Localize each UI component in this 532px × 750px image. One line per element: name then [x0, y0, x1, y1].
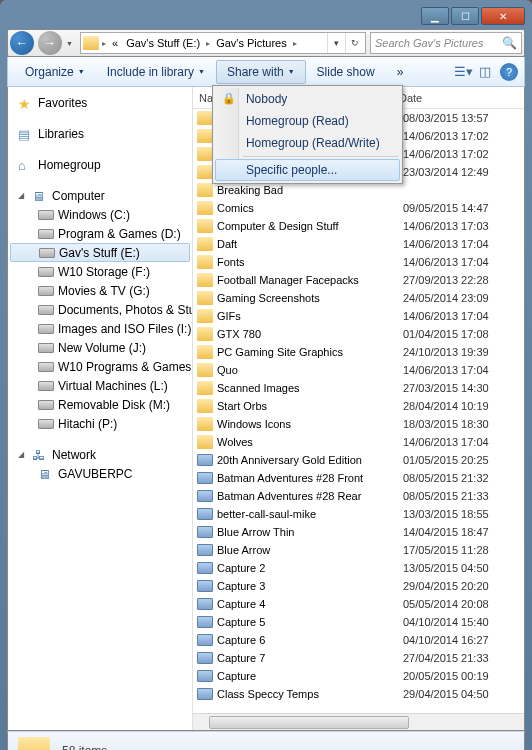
nav-history-dropdown[interactable]: ▼: [66, 40, 76, 47]
file-row[interactable]: Blue Arrow17/05/2015 11:28: [193, 541, 524, 559]
file-row[interactable]: Capture 405/05/2014 20:08: [193, 595, 524, 613]
sidebar-homegroup[interactable]: ⌂Homegroup: [8, 155, 192, 174]
file-name: Capture 4: [217, 598, 397, 610]
forward-button[interactable]: →: [38, 31, 62, 55]
toolbar: Organize▼ Include in library▼ Share with…: [7, 57, 525, 87]
file-row[interactable]: Football Manager Facepacks27/09/2013 22:…: [193, 271, 524, 289]
file-row[interactable]: Capture 604/10/2014 16:27: [193, 631, 524, 649]
file-row[interactable]: GIFs14/06/2013 17:04: [193, 307, 524, 325]
file-row[interactable]: Windows Icons18/03/2015 18:30: [193, 415, 524, 433]
image-icon: [197, 670, 213, 682]
file-name: Fonts: [217, 256, 397, 268]
file-name: Scanned Images: [217, 382, 397, 394]
maximize-button[interactable]: ☐: [451, 7, 479, 25]
sidebar-drive[interactable]: Gav's Stuff (E:): [10, 243, 190, 262]
file-row[interactable]: Capture 504/10/2014 15:40: [193, 613, 524, 631]
sidebar-drive[interactable]: Documents, Photos & Stuff: [8, 300, 192, 319]
sidebar-drive[interactable]: W10 Programs & Games (K:): [8, 357, 192, 376]
file-row[interactable]: Breaking Bad: [193, 181, 524, 199]
file-row[interactable]: Blue Arrow Thin14/04/2015 18:47: [193, 523, 524, 541]
file-row[interactable]: Daft14/06/2013 17:04: [193, 235, 524, 253]
file-row[interactable]: Computer & Design Stuff14/06/2013 17:03: [193, 217, 524, 235]
sidebar-favorites[interactable]: ★Favorites: [8, 93, 192, 112]
file-row[interactable]: Gaming Screenshots24/05/2014 23:09: [193, 289, 524, 307]
folder-icon: [197, 417, 213, 431]
share-homegroup-read[interactable]: Homegroup (Read): [215, 110, 400, 132]
file-row[interactable]: Class Speccy Temps29/04/2015 04:50: [193, 685, 524, 703]
sidebar-drive[interactable]: Program & Games (D:): [8, 224, 192, 243]
file-row[interactable]: Batman Adventures #28 Front08/05/2015 21…: [193, 469, 524, 487]
expand-icon[interactable]: ◢: [18, 450, 28, 459]
breadcrumb-sep: ▸: [292, 39, 298, 48]
share-with-button[interactable]: Share with▼ 🔒Nobody Homegroup (Read) Hom…: [216, 60, 306, 84]
file-date: 14/06/2013 17:02: [397, 148, 524, 160]
folder-icon: [197, 237, 213, 251]
file-date: 08/05/2015 21:32: [397, 472, 524, 484]
drive-icon: [38, 286, 54, 296]
drive-icon: [38, 381, 54, 391]
breadcrumb[interactable]: Gav's Pictures: [213, 37, 290, 49]
share-homegroup-readwrite[interactable]: Homegroup (Read/Write): [215, 132, 400, 154]
file-row[interactable]: Wolves14/06/2013 17:04: [193, 433, 524, 451]
file-row[interactable]: Batman Adventures #28 Rear08/05/2015 21:…: [193, 487, 524, 505]
sidebar-drive[interactable]: Images and ISO Files (I:): [8, 319, 192, 338]
close-button[interactable]: ✕: [481, 7, 525, 25]
sidebar-network[interactable]: ◢🖧Network: [8, 445, 192, 464]
address-dropdown[interactable]: ▾: [327, 33, 345, 53]
file-row[interactable]: Capture 727/04/2015 21:33: [193, 649, 524, 667]
minimize-button[interactable]: ▁: [421, 7, 449, 25]
toolbar-more[interactable]: »: [386, 60, 415, 84]
file-row[interactable]: Quo14/06/2013 17:04: [193, 361, 524, 379]
sidebar-drive[interactable]: Windows (C:): [8, 205, 192, 224]
sidebar-drive[interactable]: W10 Storage (F:): [8, 262, 192, 281]
sidebar-drive[interactable]: Movies & TV (G:): [8, 281, 192, 300]
drive-icon: [38, 324, 54, 334]
horizontal-scrollbar[interactable]: [193, 713, 524, 730]
file-row[interactable]: Fonts14/06/2013 17:04: [193, 253, 524, 271]
sidebar-computer[interactable]: ◢🖥Computer: [8, 186, 192, 205]
file-row[interactable]: Comics09/05/2015 14:47: [193, 199, 524, 217]
breadcrumb[interactable]: Gav's Stuff (E:): [123, 37, 203, 49]
folder-icon: [197, 129, 213, 143]
breadcrumb[interactable]: «: [109, 37, 121, 49]
file-row[interactable]: Capture 213/05/2015 04:50: [193, 559, 524, 577]
search-input[interactable]: Search Gav's Pictures 🔍: [370, 32, 522, 54]
include-library-button[interactable]: Include in library▼: [96, 60, 216, 84]
folder-icon: [83, 36, 99, 50]
sidebar-libraries[interactable]: ▤Libraries: [8, 124, 192, 143]
address-bar[interactable]: ▸ « Gav's Stuff (E:) ▸ Gav's Pictures ▸ …: [80, 32, 366, 54]
file-name: 20th Anniversary Gold Edition: [217, 454, 397, 466]
back-button[interactable]: ←: [10, 31, 34, 55]
refresh-button[interactable]: ↻: [345, 33, 363, 53]
sidebar-drive[interactable]: Removable Disk (M:): [8, 395, 192, 414]
file-row[interactable]: better-call-saul-mike13/03/2015 18:55: [193, 505, 524, 523]
star-icon: ★: [18, 96, 34, 110]
help-button[interactable]: ?: [500, 63, 518, 81]
file-date: 04/10/2014 16:27: [397, 634, 524, 646]
slideshow-button[interactable]: Slide show: [306, 60, 386, 84]
file-row[interactable]: 20th Anniversary Gold Edition01/05/2015 …: [193, 451, 524, 469]
nav-bar: ← → ▼ ▸ « Gav's Stuff (E:) ▸ Gav's Pictu…: [7, 29, 525, 57]
dropdown-separator: [243, 156, 398, 157]
file-row[interactable]: PC Gaming Site Graphics24/10/2013 19:39: [193, 343, 524, 361]
preview-pane-button[interactable]: ◫: [474, 61, 496, 83]
file-row[interactable]: Capture20/05/2015 00:19: [193, 667, 524, 685]
share-specific-people[interactable]: Specific people...: [215, 159, 400, 181]
sidebar-drive[interactable]: Hitachi (P:): [8, 414, 192, 433]
column-date[interactable]: Date: [393, 92, 524, 104]
sidebar-drive[interactable]: Virtual Machines (L:): [8, 376, 192, 395]
scroll-thumb[interactable]: [209, 716, 409, 729]
file-row[interactable]: Scanned Images27/03/2015 14:30: [193, 379, 524, 397]
organize-button[interactable]: Organize▼: [14, 60, 96, 84]
folder-icon: [197, 183, 213, 197]
file-row[interactable]: Start Orbs28/04/2014 10:19: [193, 397, 524, 415]
view-button[interactable]: ☰▾: [452, 61, 474, 83]
file-name: Daft: [217, 238, 397, 250]
file-row[interactable]: GTX 78001/04/2015 17:08: [193, 325, 524, 343]
sidebar-drive[interactable]: New Volume (J:): [8, 338, 192, 357]
file-row[interactable]: Capture 329/04/2015 20:20: [193, 577, 524, 595]
file-list[interactable]: 08/03/2015 13:5714/06/2013 17:0214/06/20…: [193, 109, 524, 713]
expand-icon[interactable]: ◢: [18, 191, 28, 200]
share-nobody[interactable]: 🔒Nobody: [215, 88, 400, 110]
sidebar-network-pc[interactable]: 🖥GAVUBERPC: [8, 464, 192, 483]
